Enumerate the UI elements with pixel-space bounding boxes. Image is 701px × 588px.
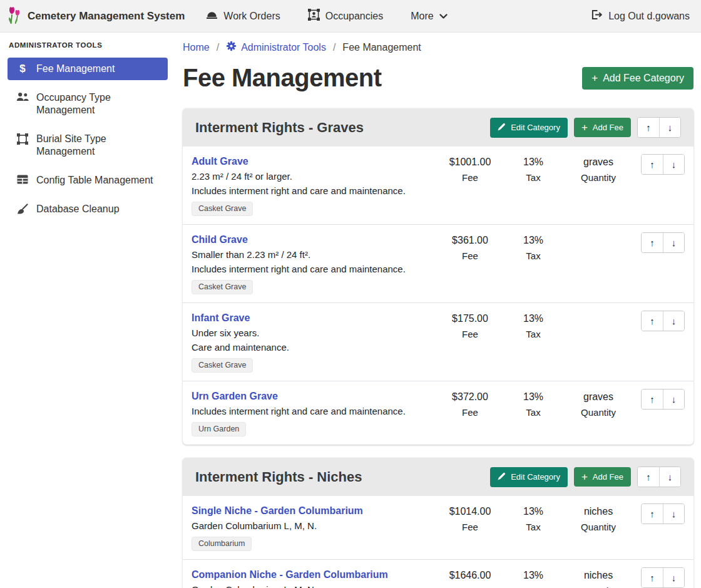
- nav-work-orders[interactable]: Work Orders: [206, 10, 280, 22]
- fee-move-up-button[interactable]: ↑: [642, 233, 663, 252]
- fee-name-link[interactable]: Single Niche - Garden Columbarium: [192, 503, 363, 518]
- breadcrumb-administrator-tools-link[interactable]: Administrator Tools: [226, 41, 326, 54]
- fee-quantity-column: graves Quantity: [563, 389, 633, 420]
- fee-move-up-button[interactable]: ↑: [642, 155, 663, 174]
- fee-quantity-label: Quantity: [563, 520, 633, 535]
- fee-quantity-column: [563, 311, 633, 312]
- broom-icon: [15, 204, 30, 215]
- sidebar-item-label: Database Cleanup: [36, 203, 120, 215]
- fee-name-link[interactable]: Child Grave: [192, 232, 248, 247]
- fee-tax: 13%: [503, 389, 563, 405]
- sidebar-item-label: Fee Management: [36, 63, 115, 75]
- fee-name-link[interactable]: Urn Garden Grave: [192, 389, 278, 404]
- fee-move-down-button[interactable]: ↓: [663, 568, 684, 587]
- fee-category-header: Interment Rights - Niches Edit Category: [183, 458, 693, 496]
- fee-descriptions: Includes interment right and care and ma…: [192, 404, 437, 418]
- fee-move-down-button[interactable]: ↓: [663, 504, 684, 524]
- edit-category-button[interactable]: Edit Category: [490, 467, 568, 487]
- gear-icon: [226, 41, 237, 54]
- fee-tax-label: Tax: [503, 249, 563, 264]
- fee-reorder-group: ↑ ↓: [641, 567, 685, 588]
- fee-type-badge: Casket Grave: [192, 280, 253, 294]
- fee-description: Under six years.: [192, 326, 437, 340]
- dollar-icon: $: [15, 63, 30, 75]
- fee-descriptions: Under six years. Care and maintenance.: [192, 326, 437, 354]
- sidebar-item-label: Occupancy Type Management: [36, 91, 160, 116]
- fee-name-link[interactable]: Adult Grave: [192, 154, 248, 169]
- fee-amount: $1646.00: [437, 568, 503, 583]
- add-fee-button[interactable]: + Add Fee: [574, 118, 631, 137]
- app-brand[interactable]: Cemetery Management System: [8, 6, 185, 27]
- fee-move-down-button[interactable]: ↓: [663, 155, 684, 174]
- plus-icon: +: [591, 74, 598, 82]
- fee-descriptions: Garden Columbarium L, M, N,: [192, 582, 437, 588]
- fee-amount-label: Fee: [437, 520, 503, 535]
- fee-move-up-button[interactable]: ↑: [642, 568, 663, 587]
- page-title: Fee Management: [183, 64, 382, 92]
- plus-icon: +: [581, 123, 588, 132]
- sidebar-item-config-table-management[interactable]: Config Table Management: [8, 169, 168, 192]
- add-fee-button[interactable]: + Add Fee: [574, 467, 631, 487]
- fee-amount-column: $361.00 Fee: [437, 232, 503, 264]
- fee-move-down-button[interactable]: ↓: [663, 233, 684, 252]
- category-move-up-button[interactable]: ↑: [638, 118, 659, 137]
- fee-amount-label: Fee: [437, 170, 503, 185]
- fee-move-up-button[interactable]: ↑: [642, 311, 663, 331]
- fee-name-link[interactable]: Infant Grave: [192, 311, 250, 326]
- fee-type-badge: Casket Grave: [192, 358, 253, 373]
- fee-category-card: Interment Rights - Graves Edit Category: [183, 108, 693, 445]
- edit-category-button[interactable]: Edit Category: [490, 118, 568, 138]
- fee-descriptions: 2.23 m² / 24 ft² or larger. Includes int…: [192, 169, 437, 198]
- fee-amount: $175.00: [437, 311, 503, 326]
- fee-reorder-group: ↑ ↓: [641, 389, 685, 410]
- logout-link[interactable]: Log Out d.gowans: [591, 9, 690, 23]
- add-fee-category-button[interactable]: + Add Fee Category: [582, 67, 693, 90]
- fee-amount-column: $372.00 Fee: [437, 389, 503, 420]
- breadcrumb-home-link[interactable]: Home: [183, 42, 210, 53]
- fee-amount-label: Fee: [437, 405, 503, 420]
- pencil-icon: [498, 123, 506, 133]
- fee-description: Care and maintenance.: [192, 340, 437, 354]
- sidebar-item-burial-site-type-management[interactable]: Burial Site Type Management: [8, 128, 168, 163]
- fee-row: Urn Garden Grave Includes interment righ…: [183, 381, 693, 445]
- arrow-up-icon: ↑: [650, 394, 655, 405]
- people-icon: [15, 92, 30, 101]
- fee-quantity-label: Quantity: [563, 405, 633, 420]
- app-title: Cemetery Management System: [28, 10, 185, 23]
- nav-more[interactable]: More: [411, 11, 447, 22]
- tulip-logo-icon: [8, 6, 23, 27]
- fee-reorder-group: ↑ ↓: [641, 503, 685, 524]
- fee-move-up-button[interactable]: ↑: [642, 389, 663, 409]
- fee-move-up-button[interactable]: ↑: [642, 504, 663, 524]
- arrow-up-icon: ↑: [650, 316, 655, 326]
- fee-tax: 13%: [503, 233, 563, 248]
- category-move-down-button[interactable]: ↓: [659, 118, 680, 137]
- fee-tax: 13%: [503, 568, 563, 583]
- category-move-up-button[interactable]: ↑: [638, 467, 659, 487]
- nav-occupancies[interactable]: Occupancies: [308, 9, 384, 23]
- fee-list: Adult Grave 2.23 m² / 24 ft² or larger. …: [183, 147, 693, 445]
- fee-tax: 13%: [503, 311, 563, 326]
- fee-category-list: Interment Rights - Graves Edit Category: [183, 108, 693, 588]
- category-move-down-button[interactable]: ↓: [659, 467, 680, 487]
- fee-tax-column: 13% Tax: [503, 389, 563, 420]
- fee-row: Single Niche - Garden Columbarium Garden…: [183, 496, 693, 559]
- fee-row: Adult Grave 2.23 m² / 24 ft² or larger. …: [183, 147, 693, 224]
- sidebar-item-occupancy-type-management[interactable]: Occupancy Type Management: [8, 86, 168, 121]
- fee-tax-column: 13% Tax: [503, 232, 563, 264]
- fee-tax-column: 13% Tax: [503, 567, 563, 588]
- arrow-down-icon: ↓: [668, 122, 673, 133]
- fee-reorder-group: ↑ ↓: [641, 311, 685, 331]
- sidebar-item-database-cleanup[interactable]: Database Cleanup: [8, 198, 168, 220]
- fee-quantity-column: niches Quantity: [563, 567, 633, 588]
- fee-name-link[interactable]: Companion Niche - Garden Columbarium: [192, 567, 388, 582]
- fee-amount-column: $1001.00 Fee: [437, 154, 503, 185]
- sidebar-item-fee-management[interactable]: $ Fee Management: [8, 58, 168, 80]
- category-title: Interment Rights - Niches: [195, 469, 490, 485]
- fee-move-down-button[interactable]: ↓: [663, 311, 684, 331]
- fee-quantity: niches: [563, 504, 633, 519]
- fee-move-down-button[interactable]: ↓: [663, 389, 684, 409]
- fee-quantity: graves: [563, 389, 633, 405]
- fee-reorder-group: ↑ ↓: [641, 232, 685, 253]
- main-content: Home / Administrat: [175, 33, 701, 588]
